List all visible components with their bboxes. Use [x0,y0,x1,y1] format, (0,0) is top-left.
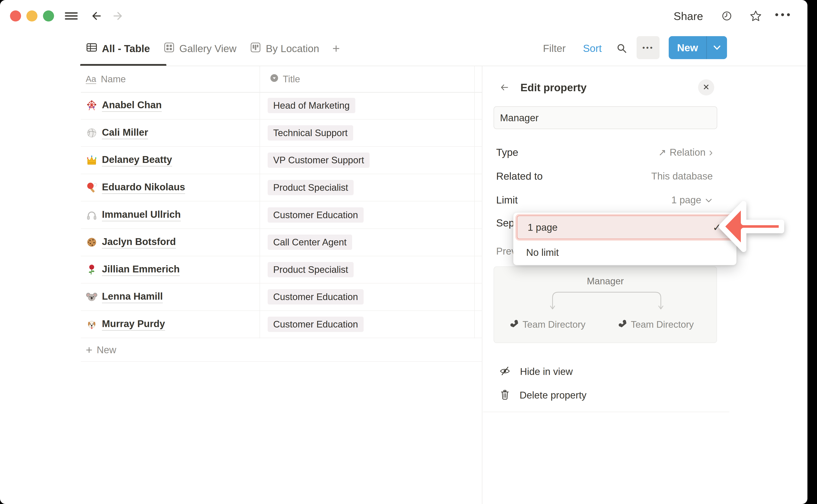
table-row[interactable]: Anabel ChanHead of Marketing [81,92,482,120]
table-rows: Anabel ChanHead of MarketingCali MillerT… [81,92,482,338]
dropdown-option-1-page[interactable]: 1 page ✓ [517,215,733,239]
headphones-icon [86,209,98,221]
row-name-link[interactable]: Cali Miller [102,127,148,139]
view-tabs: All - Table Gallery View By Location + [86,38,340,59]
updates-clock-icon[interactable] [721,10,733,23]
row-name-link[interactable]: Lenna Hamill [102,290,163,303]
row-name-link[interactable]: Delaney Beatty [102,154,172,167]
forward-icon[interactable] [111,10,123,22]
table-row[interactable]: Immanuel UllrichCustomer Education [81,201,482,229]
share-button[interactable]: Share [674,10,703,23]
favorite-star-icon[interactable] [750,10,762,23]
panel-bottom-divider [483,412,729,412]
panel-close-button[interactable] [698,79,714,95]
row-name-link[interactable]: Anabel Chan [102,99,162,112]
dropdown-option-no-limit[interactable]: No limit [526,247,559,258]
notion-window: Share ••• All - Table Gallery View By Lo… [0,0,807,504]
title-property-icon: Aa [86,74,96,84]
preview-target-1: Team Directory [509,319,586,330]
table-row[interactable]: Jaclyn BotsfordCall Center Agent [81,229,482,256]
title-tag: Customer Education [268,207,363,223]
chevron-right-icon: › [709,148,713,157]
row-title-cell[interactable]: Call Center Agent [259,235,482,250]
property-row-related-to[interactable]: Related to This database [496,171,713,182]
new-button-label[interactable]: New [669,36,707,59]
traffic-light-close[interactable] [10,10,21,21]
select-property-icon [270,74,278,84]
row-title-cell[interactable]: Technical Support [259,125,482,141]
preview-source-label: Manager [494,276,717,286]
table-view-icon [86,41,98,56]
view-options-button[interactable]: ••• [637,36,660,59]
table-row[interactable]: Cali MillerTechnical Support [81,120,482,147]
column-header-title[interactable]: Title [270,74,300,84]
filter-button[interactable]: Filter [543,43,566,54]
window-more-icon[interactable]: ••• [775,9,793,21]
title-tag: Head of Marketing [268,98,355,113]
table-row[interactable]: Lenna HamillCustomer Education [81,283,482,311]
cookie-icon [86,236,98,248]
phone-icon [509,319,519,330]
plus-icon: + [86,344,93,356]
row-title-cell[interactable]: Customer Education [259,207,482,223]
back-icon[interactable] [91,10,103,22]
table-row[interactable]: Eduardo NikolausProduct Specialist [81,174,482,202]
traffic-light-zoom[interactable] [43,10,54,21]
row-name-link[interactable]: Jillian Emmerich [102,263,180,276]
rose-icon [86,264,98,276]
tab-by-location[interactable]: By Location [249,41,319,56]
dog-icon [86,318,98,330]
ellipsis-icon: ••• [642,44,654,52]
title-tag: Product Specialist [268,180,353,195]
clipped-label-separate: Sep [496,217,514,229]
tab-label: By Location [266,43,319,54]
preview-target-2: Team Directory [618,319,694,330]
row-name-link[interactable]: Murray Purdy [102,318,165,331]
tab-label: Gallery View [179,43,236,54]
add-view-button[interactable]: + [332,42,340,55]
property-row-limit[interactable]: Limit 1 page [496,194,713,205]
relation-arrow-icon: ↗ [658,147,666,158]
tab-all-table[interactable]: All - Table [86,41,150,56]
gallery-view-icon [163,41,175,56]
new-dropdown-chevron-icon[interactable] [707,36,727,59]
tab-gallery-view[interactable]: Gallery View [163,41,236,56]
tab-label: All - Table [102,43,150,54]
row-name-link[interactable]: Eduardo Nikolaus [102,181,185,194]
new-button[interactable]: New [669,36,727,59]
type-value: Relation [670,147,706,158]
trash-icon [500,389,510,401]
crown-icon [86,154,98,166]
row-name-link[interactable]: Immanuel Ullrich [102,209,181,221]
delete-property-button[interactable]: Delete property [500,389,587,401]
row-title-cell[interactable]: Product Specialist [259,180,482,195]
ferris-wheel-icon [86,100,98,111]
table-row[interactable]: Delaney BeattyVP Customer Support [81,147,482,174]
sort-button[interactable]: Sort [583,43,602,54]
sidebar-menu-icon[interactable] [65,10,78,22]
row-title-cell[interactable]: Customer Education [259,317,482,332]
traffic-light-minimize[interactable] [26,10,37,21]
row-title-cell[interactable]: Customer Education [259,289,482,305]
new-row-button[interactable]: + New [81,338,482,362]
board-view-icon [249,41,261,56]
row-title-cell[interactable]: Product Specialist [259,262,482,277]
search-icon[interactable] [616,42,628,56]
title-tag: Customer Education [268,289,363,305]
row-title-cell[interactable]: Head of Marketing [259,98,482,113]
property-name-input[interactable] [494,106,717,129]
table-row[interactable]: Murray PurdyCustomer Education [81,311,482,338]
panel-back-icon[interactable] [499,83,510,93]
row-title-cell[interactable]: VP Customer Support [259,152,482,168]
table-header: Aa Name Title [81,66,482,93]
close-icon [702,83,710,92]
hide-in-view-button[interactable]: Hide in view [499,365,573,378]
preview-bracket-arrows [547,289,668,313]
column-header-name[interactable]: Name [101,74,270,84]
table-row[interactable]: Jillian EmmerichProduct Specialist [81,256,482,284]
property-row-type[interactable]: Type ↗ Relation › [496,147,713,158]
panel-title: Edit property [521,81,587,94]
row-name-link[interactable]: Jaclyn Botsford [102,236,176,249]
limit-value: 1 page [671,194,701,206]
title-tag: Technical Support [268,125,353,141]
